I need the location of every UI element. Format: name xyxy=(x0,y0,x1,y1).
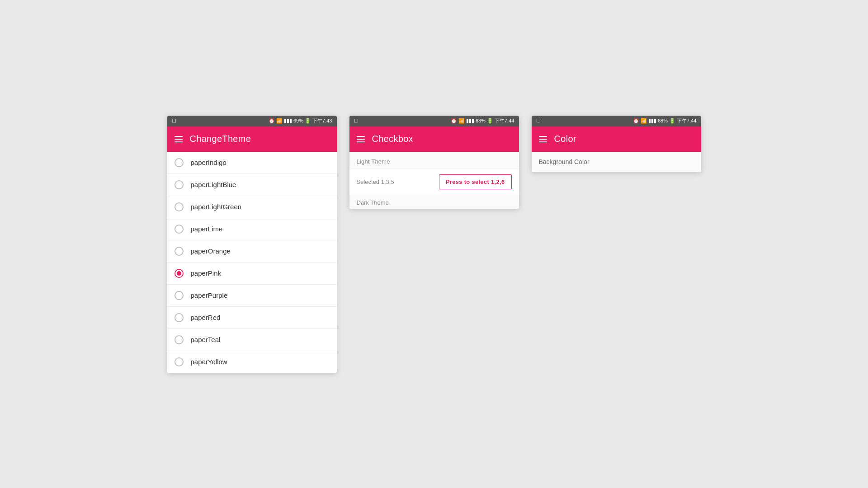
status-square-icon-2: ☐ xyxy=(354,118,359,124)
change-theme-screen: ☐ ⏰ 📶 ▮▮▮ 69% 🔋 下午7:43 ChangeTheme paper… xyxy=(167,116,337,373)
radio-button[interactable] xyxy=(175,357,184,366)
status-bar-left-1: ☐ xyxy=(172,118,176,124)
radio-inner xyxy=(177,271,181,276)
radio-button[interactable] xyxy=(175,291,184,300)
radio-button[interactable] xyxy=(175,225,184,234)
status-info-1: ⏰ 📶 ▮▮▮ 69% 🔋 下午7:43 xyxy=(269,117,332,124)
theme-name: paperRed xyxy=(191,314,221,321)
theme-list-item[interactable]: paperLightGreen xyxy=(167,196,337,218)
status-bar-left-2: ☐ xyxy=(354,118,359,124)
theme-name: paperOrange xyxy=(191,247,231,255)
theme-list-item[interactable]: paperLightBlue xyxy=(167,174,337,196)
status-info-3: ⏰ 📶 ▮▮▮ 68% 🔋 下午7:44 xyxy=(633,117,697,124)
theme-list-item[interactable]: paperPurple xyxy=(167,285,337,307)
status-square-icon-1: ☐ xyxy=(172,118,176,124)
theme-list-item[interactable]: paperYellow xyxy=(167,351,337,373)
selected-row: Selected 1,3,5 Press to select 1,2,6 xyxy=(349,169,519,195)
dark-theme-header: Dark Theme xyxy=(349,195,519,209)
radio-button[interactable] xyxy=(175,247,184,256)
status-bar-3: ☐ ⏰ 📶 ▮▮▮ 68% 🔋 下午7:44 xyxy=(532,116,701,127)
app-bar-title-3: Color xyxy=(554,134,576,144)
hamburger-icon-3[interactable] xyxy=(539,136,547,142)
theme-name: paperLime xyxy=(191,225,223,233)
theme-list-item[interactable]: paperLime xyxy=(167,218,337,240)
status-bar-right-1: ⏰ 📶 ▮▮▮ 69% 🔋 下午7:43 xyxy=(269,117,332,124)
app-bar-title-1: ChangeTheme xyxy=(190,134,251,144)
status-bar-right-2: ⏰ 📶 ▮▮▮ 68% 🔋 下午7:44 xyxy=(451,117,514,124)
radio-button[interactable] xyxy=(175,313,184,322)
theme-list-item[interactable]: paperIndigo xyxy=(167,152,337,174)
status-bar-left-3: ☐ xyxy=(536,118,541,124)
selected-text: Selected 1,3,5 xyxy=(357,178,394,185)
app-bar-1: ChangeTheme xyxy=(167,127,337,152)
status-square-icon-3: ☐ xyxy=(536,118,541,124)
light-theme-header: Light Theme xyxy=(349,152,519,169)
theme-list-item[interactable]: paperOrange xyxy=(167,240,337,263)
theme-name: paperPurple xyxy=(191,291,228,299)
radio-button[interactable] xyxy=(175,180,184,189)
status-bar-2: ☐ ⏰ 📶 ▮▮▮ 68% 🔋 下午7:44 xyxy=(349,116,519,127)
app-bar-2: Checkbox xyxy=(349,127,519,152)
status-bar-right-3: ⏰ 📶 ▮▮▮ 68% 🔋 下午7:44 xyxy=(633,117,697,124)
radio-button[interactable] xyxy=(175,158,184,167)
theme-name: paperIndigo xyxy=(191,159,226,166)
app-bar-title-2: Checkbox xyxy=(372,134,413,144)
radio-button[interactable] xyxy=(175,335,184,344)
theme-list-item[interactable]: paperRed xyxy=(167,307,337,329)
theme-name: paperYellow xyxy=(191,358,227,366)
bg-color-header: Background Color xyxy=(532,152,701,172)
color-screen: ☐ ⏰ 📶 ▮▮▮ 68% 🔋 下午7:44 Color Background … xyxy=(532,116,701,172)
hamburger-icon-2[interactable] xyxy=(357,136,365,142)
press-select-button[interactable]: Press to select 1,2,6 xyxy=(439,174,512,189)
hamburger-icon-1[interactable] xyxy=(175,136,183,142)
theme-name: paperTeal xyxy=(191,336,221,343)
screens-container: ☐ ⏰ 📶 ▮▮▮ 69% 🔋 下午7:43 ChangeTheme paper… xyxy=(149,98,719,391)
theme-name: paperPink xyxy=(191,269,222,277)
checkbox-screen: ☐ ⏰ 📶 ▮▮▮ 68% 🔋 下午7:44 Checkbox Light Th… xyxy=(349,116,519,209)
color-content: Background Color xyxy=(532,152,701,172)
theme-name: paperLightBlue xyxy=(191,181,236,188)
status-bar-1: ☐ ⏰ 📶 ▮▮▮ 69% 🔋 下午7:43 xyxy=(167,116,337,127)
radio-button[interactable] xyxy=(175,269,184,278)
theme-list-item[interactable]: paperPink xyxy=(167,263,337,285)
radio-button[interactable] xyxy=(175,202,184,211)
status-info-2: ⏰ 📶 ▮▮▮ 68% 🔋 下午7:44 xyxy=(451,117,514,124)
theme-list-item[interactable]: paperTeal xyxy=(167,329,337,351)
checkbox-content: Light Theme Selected 1,3,5 Press to sele… xyxy=(349,152,519,209)
app-bar-3: Color xyxy=(532,127,701,152)
theme-list: paperIndigo paperLightBlue paperLightGre… xyxy=(167,152,337,373)
theme-name: paperLightGreen xyxy=(191,203,242,211)
